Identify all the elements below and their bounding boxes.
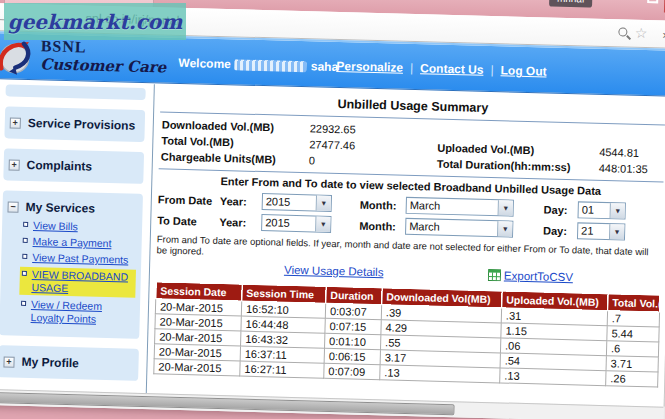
export-csv-label: ExportToCSV — [504, 269, 573, 283]
sidebar-spacer-box — [5, 84, 145, 100]
bullet-icon — [23, 238, 28, 243]
welcome-suffix: saha — [311, 59, 339, 74]
duration-label: Total Duration(hh:mm:ss) — [437, 158, 599, 174]
watermark: geekmarkt.com — [4, 3, 186, 40]
month-label: Month: — [360, 198, 406, 211]
sidebar-item-view-past-payments[interactable]: View Past Payments — [22, 251, 136, 267]
uploaded-label: Uploaded Vol.(MB) — [437, 142, 599, 158]
table-cell: 16:27:11 — [240, 361, 324, 378]
from-month-value: March — [407, 198, 498, 215]
expand-plus-icon[interactable]: + — [10, 117, 21, 128]
chevron-down-icon[interactable]: ▼ — [610, 203, 625, 218]
expand-plus-icon[interactable]: + — [3, 356, 14, 367]
section-label: Complaints — [27, 158, 93, 174]
contact-us-link[interactable]: Contact Us — [420, 61, 484, 77]
chevron-down-icon[interactable]: ▼ — [315, 216, 330, 231]
sidebar: +Service Provisions +Complaints −My Serv… — [0, 80, 154, 393]
main-content: Unbilled Usage Summary Downloaded Vol.(M… — [146, 84, 665, 406]
expand-plus-icon[interactable]: + — [9, 159, 20, 170]
logout-link[interactable]: Log Out — [500, 63, 546, 78]
to-day-select[interactable]: 21▼ — [577, 222, 625, 240]
search-icon[interactable] — [618, 27, 627, 36]
table-cell: 0:07:09 — [324, 363, 380, 379]
section-label: My Services — [25, 200, 95, 216]
sidebar-section-my-services[interactable]: −My Services View Bills Make a Payment V… — [0, 190, 143, 339]
view-bills-link[interactable]: View Bills — [33, 219, 78, 233]
export-to-csv-link[interactable]: ExportToCSV — [488, 269, 573, 283]
link-separator: | — [490, 63, 493, 77]
section-label: Service Provisions — [28, 116, 136, 133]
from-year-select[interactable]: 2015▼ — [262, 193, 332, 212]
usage-table: Session Date Session Time Duration Downl… — [153, 281, 660, 387]
chevron-down-icon[interactable]: ▼ — [316, 196, 331, 211]
sidebar-section-my-profile[interactable]: +My Profile — [0, 345, 139, 381]
to-month-select[interactable]: March▼ — [405, 218, 513, 238]
uploaded-value: 4544.81 — [599, 146, 664, 160]
section-label: My Profile — [21, 355, 79, 370]
make-payment-link[interactable]: Make a Payment — [33, 235, 112, 250]
table-cell: 0:06:15 — [324, 348, 380, 364]
month-label: Month: — [359, 219, 405, 232]
collapse-minus-icon[interactable]: − — [7, 201, 18, 212]
table-cell: .7 — [607, 311, 659, 327]
minimize-button[interactable]: – — [626, 0, 635, 5]
welcome-prefix: Welcome — [178, 56, 231, 71]
my-services-items: View Bills Make a Payment View Past Paym… — [21, 219, 138, 327]
browser-window: × mrinal – ← snl.co.in/irj/portal ☆ » BS… — [0, 0, 665, 419]
header-links: Personalize|Contact Us|Log Out — [336, 59, 547, 78]
sidebar-section-service-provisions[interactable]: +Service Provisions — [4, 106, 145, 142]
chargeable-value: 0 — [309, 154, 437, 169]
to-day-value: 21 — [578, 223, 609, 239]
from-year-value: 2015 — [263, 194, 316, 210]
personalize-link[interactable]: Personalize — [336, 59, 403, 75]
sidebar-section-complaints[interactable]: +Complaints — [3, 148, 144, 184]
sidebar-item-view-broadband-usage[interactable]: VIEW BROADBAND USAGE — [19, 267, 136, 298]
day-label: Day: — [544, 203, 578, 216]
col-total: Total Vol.(MB) — [608, 294, 660, 312]
table-cell: .6 — [606, 341, 658, 357]
brand-name: BSNL — [41, 37, 87, 56]
chevron-down-icon[interactable]: ▼ — [497, 221, 512, 236]
from-day-value: 01 — [579, 202, 610, 218]
day-label: Day: — [543, 224, 577, 237]
sidebar-item-make-payment[interactable]: Make a Payment — [23, 235, 137, 251]
view-broadband-usage-link[interactable]: VIEW BROADBAND USAGE — [31, 268, 134, 297]
table-cell: 0:01:10 — [325, 333, 381, 349]
table-cell: .13 — [500, 368, 606, 386]
to-date-label: To Date — [157, 214, 219, 228]
table-cell: 20-Mar-2015 — [154, 359, 240, 376]
watermark-text: geekmarkt.com — [8, 10, 183, 34]
sidebar-item-view-bills[interactable]: View Bills — [23, 219, 137, 235]
chevron-down-icon[interactable]: ▼ — [498, 200, 513, 215]
view-usage-details-link[interactable]: View Usage Details — [284, 264, 384, 279]
chevron-down-icon[interactable]: ▼ — [609, 224, 624, 239]
sidebar-item-loyalty-points[interactable]: View / Redeem Loyalty Points — [21, 298, 136, 327]
maximize-button[interactable] — [647, 0, 658, 3]
bullet-icon — [23, 222, 28, 227]
table-cell: 5.44 — [607, 326, 659, 342]
table-cell: 3.71 — [606, 356, 658, 372]
to-month-value: March — [406, 219, 497, 236]
from-day-select[interactable]: 01▼ — [577, 201, 625, 219]
bookmark-star-icon[interactable]: ☆ — [635, 25, 648, 41]
table-cell: .26 — [606, 371, 658, 387]
to-year-select[interactable]: 2015▼ — [261, 214, 331, 233]
to-year-value: 2015 — [262, 215, 315, 231]
from-month-select[interactable]: March▼ — [406, 197, 514, 217]
bullet-icon — [22, 271, 27, 276]
table-cell: 0:07:15 — [325, 318, 381, 334]
export-csv-icon — [488, 269, 501, 281]
total-vol-value: 27477.46 — [309, 138, 437, 153]
chargeable-label: Chargeable Units(MB) — [161, 150, 309, 166]
downloaded-label: Downloaded Vol.(MB) — [162, 118, 310, 134]
bsnl-logo — [0, 37, 35, 78]
view-past-payments-link[interactable]: View Past Payments — [32, 251, 128, 267]
link-separator: | — [410, 61, 413, 75]
downloaded-value: 22932.65 — [310, 122, 438, 137]
profile-badge[interactable]: mrinal — [549, 0, 593, 8]
loyalty-points-link[interactable]: View / Redeem Loyalty Points — [31, 298, 136, 327]
page-body: +Service Provisions +Complaints −My Serv… — [0, 80, 665, 407]
col-session-time: Session Time — [242, 284, 326, 303]
welcome-user-blurred — [235, 60, 307, 73]
usage-table-body: 20-Mar-201516:52:100:03:07.39.31.720-Mar… — [154, 299, 660, 387]
